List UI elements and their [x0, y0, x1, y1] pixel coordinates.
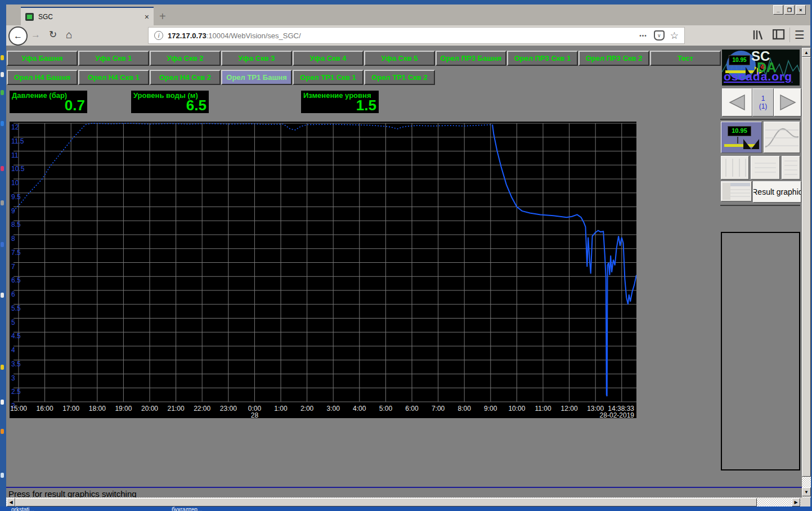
sidebar-toggle-icon[interactable]	[773, 29, 785, 40]
svg-text:28-02-2019: 28-02-2019	[600, 411, 635, 418]
svg-text:9:00: 9:00	[484, 405, 497, 413]
svg-text:2.5: 2.5	[11, 388, 21, 396]
graph-thumbnail[interactable]	[764, 122, 800, 153]
window-maximize-button[interactable]: ❐	[784, 5, 795, 15]
library-icon[interactable]	[752, 29, 764, 41]
desktop-edge	[0, 0, 5, 511]
url-path: :10004/WebVision/ses_SGC/	[207, 32, 301, 40]
back-button[interactable]: ←	[8, 26, 28, 46]
trend-chart: 1211.51110.5109.598.587.576.565.554.543.…	[10, 121, 636, 418]
bookmark-star-icon[interactable]: ☆	[670, 30, 679, 42]
forward-button[interactable]: →	[31, 29, 41, 41]
home-button[interactable]: ⌂	[66, 29, 72, 41]
svg-text:8:00: 8:00	[458, 405, 472, 413]
table-thumbnail[interactable]	[721, 181, 752, 201]
svg-text:22:00: 22:00	[194, 405, 210, 413]
svg-text:21:00: 21:00	[168, 405, 185, 413]
taskbar-item[interactable]: orkstati...	[11, 506, 34, 511]
station-button[interactable]: Орел ПР3 Скв 2	[578, 51, 649, 66]
svg-text:4: 4	[11, 346, 15, 354]
scroll-down-icon[interactable]: ▼	[802, 487, 811, 496]
station-button[interactable]: Уфа Скв 2	[150, 51, 221, 66]
station-button[interactable]: Орел ПР3 Башня	[436, 51, 506, 66]
scroll-right-icon[interactable]: ▶	[792, 498, 800, 506]
mnemo-thumbnail-selected[interactable]: 10.95	[721, 122, 762, 153]
pressure-value: 0.7	[12, 100, 85, 111]
tab-close-icon[interactable]: ×	[145, 12, 149, 21]
station-button[interactable]: Орел ТР1 Скв 2	[364, 70, 435, 85]
scrollbar-corner	[801, 497, 810, 507]
scroll-left-icon[interactable]: ◀	[7, 498, 15, 506]
tab-sgc[interactable]: SGC ×	[21, 7, 154, 25]
oscada-logo: 10.95 SC & DA oscada.org	[722, 50, 800, 86]
station-button[interactable]: Уфа Скв 5	[364, 51, 435, 66]
svg-text:8.5: 8.5	[11, 221, 21, 228]
svg-text:12:00: 12:00	[561, 405, 578, 413]
water-level-value: 6.5	[133, 100, 207, 111]
trend-chart-canvas: 1211.51110.5109.598.587.576.565.554.543.…	[10, 122, 636, 418]
svg-text:11: 11	[11, 151, 19, 159]
svg-text:4:00: 4:00	[353, 405, 366, 413]
reload-button[interactable]: ↻	[49, 29, 57, 41]
toolbar-separator	[789, 28, 790, 42]
svg-text:11:00: 11:00	[535, 405, 551, 413]
svg-text:17:00: 17:00	[62, 405, 79, 413]
svg-text:3:00: 3:00	[327, 405, 340, 413]
window-minimize-button[interactable]: _	[773, 5, 783, 15]
url-bar[interactable]: i 172.17.0.73:10004/WebVision/ses_SGC/ •…	[148, 27, 685, 44]
page-actions-icon[interactable]: •••	[639, 33, 647, 39]
menu-hamburger-icon[interactable]: ☰	[795, 28, 805, 42]
station-button-row-2: Орел Н4 БашняОрел Н4 Скв 1Орел Н4 Скв 2О…	[7, 70, 435, 85]
scroll-up-icon[interactable]: ▲	[802, 48, 811, 57]
station-button[interactable]: Уфа Скв 3	[221, 51, 292, 66]
svg-text:2:00: 2:00	[300, 405, 314, 413]
svg-text:28: 28	[251, 411, 259, 418]
svg-text:7.5: 7.5	[11, 249, 21, 257]
svg-text:3: 3	[11, 374, 15, 382]
site-info-icon[interactable]: i	[154, 31, 163, 40]
tab-favicon-icon	[25, 13, 34, 21]
station-button[interactable]: Уфа Башня	[7, 51, 78, 66]
tab-title: SGC	[38, 13, 145, 21]
logo-site-link[interactable]: oscada.org	[724, 70, 792, 83]
doc-thumbnail[interactable]	[751, 156, 780, 180]
pocket-icon[interactable]: ∨	[654, 30, 665, 41]
svg-text:7:00: 7:00	[432, 405, 445, 413]
station-button[interactable]: Тест	[650, 51, 721, 66]
station-button[interactable]: Уфа Скв 1	[78, 51, 149, 66]
new-tab-button[interactable]: +	[159, 10, 166, 23]
station-button[interactable]: Орел ТР1 Башня	[221, 70, 292, 85]
vertical-scrollbar[interactable]: ▲ ▼	[802, 48, 811, 497]
svg-text:7: 7	[11, 263, 15, 271]
vertical-scroll-thumb[interactable]	[802, 57, 811, 477]
svg-text:4.5: 4.5	[11, 332, 21, 340]
prev-page-button[interactable]	[722, 88, 752, 116]
text-thumbnail[interactable]	[782, 156, 800, 180]
browser-toolbar: ← → ↻ ⌂ i 172.17.0.73:10004/WebVision/se…	[6, 25, 810, 46]
svg-text:16:00: 16:00	[37, 405, 53, 413]
svg-text:5:00: 5:00	[379, 405, 393, 413]
taskbar-item[interactable]: бухгалтер...	[172, 506, 202, 511]
window-close-button[interactable]: ×	[796, 5, 806, 15]
water-level-panel: Уровень воды (м) 6.5	[131, 91, 209, 113]
station-button[interactable]: Орел Н4 Скв 2	[150, 70, 221, 85]
station-button[interactable]: Орел Н4 Башня	[7, 70, 78, 85]
result-graphic-button[interactable]: Result graphic	[753, 181, 801, 203]
station-button[interactable]: Орел ПР3 Скв 1	[507, 51, 578, 66]
svg-text:6:00: 6:00	[405, 405, 419, 413]
svg-text:6: 6	[11, 290, 15, 298]
station-button[interactable]: Уфа Скв 4	[293, 51, 364, 66]
horizontal-scrollbar[interactable]: ◀ ▶	[6, 497, 801, 507]
url-host: 172.17.0.73	[168, 32, 207, 40]
status-text: Press for result graphics switching	[6, 488, 802, 497]
svg-text:20:00: 20:00	[141, 405, 158, 413]
svg-text:11.5: 11.5	[11, 137, 24, 145]
horizontal-scroll-thumb[interactable]	[15, 498, 757, 506]
taskbar[interactable]: orkstati... бухгалтер...	[0, 506, 812, 511]
svg-text:6.5: 6.5	[11, 276, 21, 284]
next-page-button[interactable]	[774, 88, 801, 116]
station-button[interactable]: Орел Н4 Скв 1	[78, 70, 149, 85]
bars-thumbnail[interactable]	[721, 156, 749, 180]
svg-text:5.5: 5.5	[11, 304, 21, 312]
station-button[interactable]: Орел ТР1 Скв 1	[293, 70, 364, 85]
